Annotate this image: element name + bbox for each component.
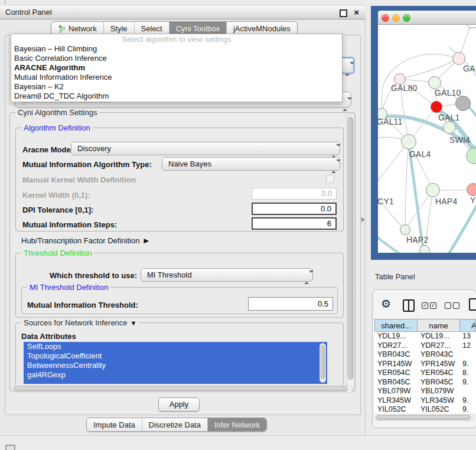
close-icon[interactable]: × [354,7,359,17]
checkbox-checked-icon: ✓ [422,302,428,309]
tab-network[interactable]: Network [51,22,103,35]
dropdown-item[interactable]: Bayesian – Hill Climbing [11,44,342,54]
minimized-panel-icon[interactable] [5,445,15,450]
checked-columns-icon[interactable]: ✓ ✓ [422,302,436,309]
table-row[interactable]: YDL19...YDL19...13 [374,332,476,341]
kernel-width-field[interactable]: 0.0 [252,188,337,200]
dropdown-item[interactable]: Basic Correlation Inference [11,54,342,63]
column-header-name[interactable]: name [418,319,460,332]
mi-threshold-group-title: MI Threshold Definition [30,283,108,292]
traffic-close-icon[interactable] [382,14,389,22]
settings-v-scrollbar[interactable] [347,114,354,390]
algorithm-dropdown-popup: Select algorithm to view settings Bayesi… [11,34,343,102]
table-panel-title: Table Panel [375,272,415,281]
column-header-partial[interactable]: A [460,319,476,332]
scrollbar-thumb[interactable] [14,386,348,392]
node-label: Y [470,195,476,205]
node-label: GAL11 [378,117,403,126]
network-node-gal4[interactable] [401,134,416,149]
table-row[interactable]: YBR043CYBR043C [374,350,476,360]
dropdown-item[interactable]: Mutual Information Inference [11,73,342,82]
hub-section-toggle[interactable]: Hub/Transcription Factor Definition ▶ [21,236,149,245]
table-row[interactable]: YBR045CYBR045C9. [374,378,476,387]
node-label: GAL1 [438,113,460,122]
attribute-item[interactable]: TopologicalCoefficient [24,351,327,361]
bottom-strip [0,436,476,450]
tab-style[interactable]: Style [103,22,134,35]
checkbox-checked-icon: ✓ [430,302,436,309]
kernel-width-label: Kernel Width (0,1): [22,191,90,200]
network-node-hap2[interactable] [400,224,410,235]
table-row[interactable]: YBL079WYBL079W [374,387,476,396]
node-label: GAL [463,64,476,73]
table-row[interactable]: YPR145WYPR145W9. [374,360,476,369]
traffic-zoom-icon[interactable] [403,14,410,22]
network-node-gray[interactable] [455,96,471,111]
split-columns-icon[interactable] [403,299,415,312]
traffic-minimize-icon[interactable] [392,14,400,22]
table-body[interactable]: YDL19...YDL19...13 YDR27...YDR27...12 YB… [374,332,476,413]
aracne-mode-combo[interactable]: Discovery [71,142,340,155]
network-node-salmon[interactable] [467,183,476,196]
attribute-item[interactable]: BetweennessCentrality [24,361,327,370]
attribute-item[interactable]: SelfLoops [24,342,327,351]
settings-h-scrollbar[interactable] [12,385,353,393]
float-window-icon[interactable] [340,9,347,17]
network-node-gal10[interactable] [428,76,441,89]
unchecked-columns-icon[interactable] [445,302,459,309]
dpi-tolerance-label: DPI Tolerance [0,1]: [22,206,93,214]
attribute-item[interactable]: gal4RGexp [24,370,327,380]
table-header: shared... name A [374,319,476,332]
scrollbar-thumb[interactable] [348,117,353,380]
network-titlebar[interactable] [378,11,476,25]
cyni-settings-title: Cyni Algorithm Settings [18,108,97,117]
top-tick [5,0,5,4]
attributes-list[interactable]: SelfLoops TopologicalCoefficient Between… [24,342,327,384]
mi-steps-field[interactable]: 6 [252,217,337,230]
panel-title: Control Panel [5,8,52,17]
tab-infer-network[interactable]: Infer Network [207,418,266,431]
scrollbar-thumb[interactable] [321,345,325,379]
network-node-swi4[interactable] [443,121,456,134]
mi-type-combo[interactable]: Naive Bayes [162,157,340,171]
expand-arrow-icon: ▶ [144,236,148,245]
table-row[interactable]: YLR345WYLR345W9. [374,396,476,406]
mi-threshold-label: Mutual Information Threshold: [27,301,138,309]
tab-discretize-data[interactable]: Discretize Data [142,418,207,431]
tab-select[interactable]: Select [134,22,169,35]
network-node[interactable] [419,245,430,253]
manual-kernel-checkbox[interactable] [326,175,334,183]
network-node-gal1[interactable] [431,101,442,113]
checkbox-unchecked-icon [445,302,451,309]
mi-threshold-field[interactable]: 0.5 [248,297,333,311]
splitter-handle[interactable] [361,217,365,222]
dropdown-item[interactable]: Bayesian – K2 [11,82,342,92]
tab-cyni-toolbox[interactable]: Cyni Toolbox [169,22,226,35]
scrollbar-thumb[interactable] [376,415,471,420]
table-h-scrollbar[interactable] [374,414,475,421]
collapse-arrow-icon[interactable]: ▼ [131,319,137,327]
mi-type-label: Mutual Information Algorithm Type: [22,160,152,169]
dropdown-placeholder: Select algorithm to view settings [11,34,342,44]
attributes-list-scrollbar[interactable] [319,343,326,383]
dropdown-item-selected[interactable]: ARACNE Algorithm [11,63,342,73]
tab-jactivemnodules[interactable]: jActiveMNodules [226,22,297,35]
which-threshold-combo[interactable]: MI Threshold [141,268,313,282]
column-header-shared[interactable]: shared... [374,319,418,332]
network-canvas[interactable]: GAL GAL80 GAL10 GAL1 GAL11 SWI4 GAL4 GCY… [378,25,476,253]
mi-steps-label: Mutual Information Steps: [22,220,117,229]
gear-icon[interactable]: ⚙ [381,298,391,310]
dropdown-item[interactable]: Dream8 DC_TDC Algorithm [11,92,342,101]
table-row[interactable]: YER054CYER054C8. [374,369,476,378]
network-node-hap4[interactable] [426,183,440,197]
dpi-tolerance-field[interactable]: 0.0 [252,203,337,215]
table-row[interactable]: YIL052CYIL052C9. [374,405,476,413]
tab-impute-data[interactable]: Impute Data [87,418,142,431]
apply-button[interactable]: Apply [158,397,200,412]
manual-kernel-label: Manual Kernel Width Definition [22,175,136,184]
network-node-gal[interactable] [452,52,465,65]
document-icon[interactable] [469,298,476,311]
table-row[interactable]: YDR27...YDR27...12 [374,341,476,351]
node-label: HAP4 [435,197,457,206]
threshold-definition-title: Threshold Definition [24,249,92,257]
